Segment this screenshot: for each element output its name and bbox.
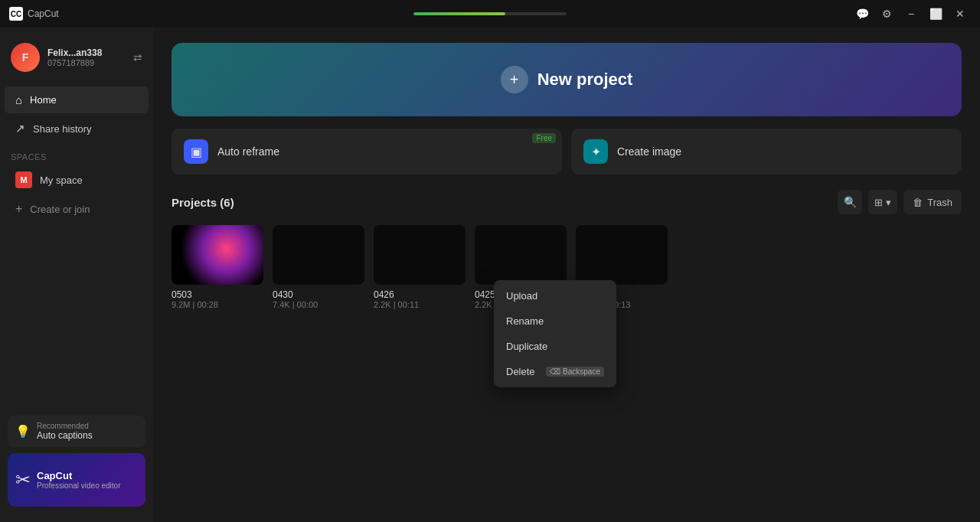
- main-layout: F Felix...an338 0757187889 ⇄ ⌂ Home ↗ Sh…: [0, 28, 980, 522]
- chevron-down-icon: ▾: [886, 197, 891, 208]
- auto-reframe-label: Auto reframe: [217, 145, 279, 158]
- share-history-icon: ↗: [15, 122, 25, 135]
- project-info-0503: 0503 9.2M | 00:28: [172, 289, 263, 309]
- promo-title: CapCut: [37, 470, 121, 481]
- sidebar-bottom: 💡 Recommended Auto captions ✂ CapCut Pro…: [0, 409, 153, 513]
- project-info-0430: 0430 7.4K | 00:00: [273, 289, 364, 309]
- view-toggle-button[interactable]: ⊞ ▾: [868, 190, 897, 214]
- context-duplicate-label: Duplicate: [506, 341, 547, 352]
- context-menu-rename[interactable]: Rename: [494, 308, 616, 334]
- recommended-text: Recommended Auto captions: [37, 422, 93, 441]
- recommended-title: Auto captions: [37, 430, 93, 441]
- user-profile: F Felix...an338 0757187889 ⇄: [0, 37, 153, 78]
- project-thumb-0426: [374, 225, 466, 285]
- sidebar: F Felix...an338 0757187889 ⇄ ⌂ Home ↗ Sh…: [0, 28, 153, 522]
- context-delete-label: Delete: [506, 366, 535, 377]
- promo-text: CapCut Professional video editor: [37, 470, 121, 490]
- auto-reframe-card[interactable]: ▣ Auto reframe Free: [172, 129, 562, 175]
- promo-icon: ✂: [15, 469, 31, 491]
- promo-subtitle: Professional video editor: [37, 481, 121, 490]
- promo-card[interactable]: ✂ CapCut Professional video editor: [8, 453, 145, 507]
- minimize-button[interactable]: −: [900, 3, 922, 24]
- sidebar-item-my-space[interactable]: M My space: [5, 165, 149, 194]
- app-logo: CC: [9, 7, 23, 21]
- titlebar: CC CapCut 💬 ⚙ − ⬜ ✕: [0, 0, 980, 28]
- switch-account-icon[interactable]: ⇄: [133, 51, 142, 64]
- home-icon: ⌂: [15, 93, 22, 106]
- tool-row: ▣ Auto reframe Free ✦ Create image: [172, 129, 962, 175]
- my-space-label: My space: [40, 175, 83, 186]
- app-name: CapCut: [28, 8, 59, 19]
- free-badge: Free: [532, 133, 556, 143]
- bulb-icon: 💡: [15, 424, 31, 439]
- context-rename-label: Rename: [506, 315, 544, 327]
- context-menu-duplicate[interactable]: Duplicate: [494, 334, 616, 359]
- user-phone: 0757187889: [47, 58, 126, 67]
- project-card-0503[interactable]: 0503 9.2M | 00:28: [172, 225, 263, 309]
- create-image-icon: ✦: [583, 139, 608, 164]
- context-upload-label: Upload: [506, 290, 537, 302]
- user-name: Felix...an338: [47, 47, 126, 58]
- new-project-banner[interactable]: + New project: [172, 43, 962, 116]
- maximize-button[interactable]: ⬜: [925, 3, 946, 24]
- avatar: F: [11, 43, 40, 72]
- trash-label: Trash: [927, 197, 952, 208]
- project-card-0430[interactable]: 0430 7.4K | 00:00: [273, 225, 364, 309]
- project-thumb-0430: [273, 225, 364, 285]
- search-button[interactable]: 🔍: [838, 190, 862, 214]
- delete-shortcut: ⌫ Backspace: [546, 367, 604, 377]
- project-name-0430: 0430: [273, 289, 364, 300]
- plus-icon: +: [15, 202, 22, 216]
- create-image-card[interactable]: ✦ Create image: [571, 129, 962, 175]
- project-name-0503: 0503: [172, 289, 263, 300]
- progress-bar-container: [413, 12, 567, 15]
- context-menu-upload[interactable]: Upload: [494, 283, 616, 308]
- home-label: Home: [30, 94, 57, 106]
- progress-track: [413, 12, 567, 15]
- spaces-section-label: Spaces: [0, 143, 153, 165]
- backspace-key: ⌫ Backspace: [546, 367, 604, 377]
- share-history-label: Share history: [33, 123, 92, 135]
- context-menu-delete[interactable]: Delete ⌫ Backspace: [494, 359, 616, 384]
- recommended-label: Recommended: [37, 422, 93, 430]
- my-space-avatar: M: [15, 171, 32, 188]
- window-controls: 💬 ⚙ − ⬜ ✕: [851, 3, 971, 24]
- avatar-letter: F: [22, 51, 29, 64]
- trash-icon: 🗑: [913, 197, 923, 208]
- project-meta-0503: 9.2M | 00:28: [172, 300, 263, 309]
- project-info-0426: 0426 2.2K | 00:11: [374, 289, 466, 309]
- auto-reframe-icon: ▣: [184, 139, 208, 164]
- project-thumb-0425: [475, 225, 567, 285]
- create-join-label: Create or join: [30, 204, 90, 215]
- projects-title: Projects (6): [172, 196, 234, 209]
- projects-header: Projects (6) 🔍 ⊞ ▾ 🗑 Trash: [172, 190, 962, 214]
- project-card-0426[interactable]: 0426 2.2K | 00:11: [374, 225, 466, 309]
- sidebar-item-share-history[interactable]: ↗ Share history: [5, 115, 149, 142]
- new-project-label: New project: [537, 70, 633, 90]
- recommended-captions-badge[interactable]: 💡 Recommended Auto captions: [8, 416, 145, 447]
- context-menu: Upload Rename Duplicate Delete ⌫ Backspa…: [494, 280, 616, 387]
- create-image-label: Create image: [617, 145, 681, 158]
- projects-actions: 🔍 ⊞ ▾ 🗑 Trash: [838, 190, 962, 214]
- trash-button[interactable]: 🗑 Trash: [903, 190, 962, 214]
- project-thumb-0503: [172, 225, 263, 285]
- close-button[interactable]: ✕: [949, 3, 971, 24]
- main-content: + New project ▣ Auto reframe Free ✦ Crea…: [153, 28, 980, 522]
- settings-button[interactable]: ⚙: [876, 3, 897, 24]
- project-name-0426: 0426: [374, 289, 466, 300]
- chat-button[interactable]: 💬: [851, 3, 873, 24]
- progress-fill: [413, 12, 505, 15]
- sidebar-item-home[interactable]: ⌂ Home: [5, 86, 149, 113]
- sidebar-item-create-or-join[interactable]: + Create or join: [5, 196, 149, 222]
- project-meta-0426: 2.2K | 00:11: [374, 300, 466, 309]
- logo-text: CC: [11, 10, 21, 18]
- new-project-plus-icon: +: [501, 66, 528, 93]
- titlebar-left: CC CapCut: [9, 7, 59, 21]
- project-thumb-0424: [576, 225, 668, 285]
- user-info: Felix...an338 0757187889: [47, 47, 126, 67]
- grid-icon: ⊞: [874, 197, 883, 208]
- project-meta-0430: 7.4K | 00:00: [273, 300, 364, 309]
